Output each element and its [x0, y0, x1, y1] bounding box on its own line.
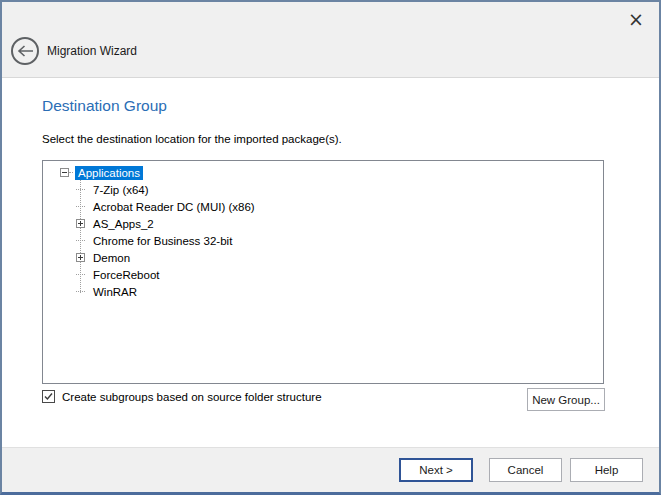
- checkbox-checked-icon[interactable]: [42, 390, 55, 403]
- migration-wizard-window: × Migration Wizard Destination Group Sel…: [0, 0, 661, 495]
- instruction-text: Select the destination location for the …: [42, 133, 342, 145]
- tree-item-as-apps-2[interactable]: AS_Apps_2: [43, 215, 603, 232]
- tree-connector: [76, 240, 85, 241]
- help-button[interactable]: Help: [570, 458, 643, 482]
- tree-connector: [76, 189, 85, 190]
- tree-item-chrome-for-business[interactable]: Chrome for Business 32-bit: [43, 232, 603, 249]
- tree-item-label[interactable]: AS_Apps_2: [90, 217, 157, 231]
- tree-item-label[interactable]: WinRAR: [90, 285, 140, 299]
- tree-connector: [76, 274, 85, 275]
- tree-connector: [76, 206, 85, 207]
- new-group-button[interactable]: New Group...: [527, 388, 605, 411]
- tree-item-applications[interactable]: Applications: [43, 164, 603, 181]
- back-arrow-icon: [17, 45, 34, 57]
- back-button[interactable]: [11, 37, 39, 65]
- tree-item-forcereboot[interactable]: ForceReboot: [43, 266, 603, 283]
- tree-item-demon[interactable]: Demon: [43, 249, 603, 266]
- next-button[interactable]: Next >: [399, 458, 473, 482]
- tree-item-label[interactable]: Demon: [90, 251, 133, 265]
- create-subgroups-option[interactable]: Create subgroups based on source folder …: [42, 390, 322, 403]
- tree-item-label[interactable]: Applications: [75, 166, 143, 180]
- expand-icon[interactable]: [76, 253, 85, 262]
- tree-connector: [69, 172, 73, 173]
- tree-connector: [76, 291, 85, 292]
- wizard-header: × Migration Wizard: [2, 2, 659, 78]
- checkbox-label: Create subgroups based on source folder …: [62, 391, 322, 403]
- tree-item-label[interactable]: ForceReboot: [90, 268, 162, 282]
- tree-item-acrobat-reader[interactable]: Acrobat Reader DC (MUI) (x86): [43, 198, 603, 215]
- tree-item-label[interactable]: Chrome for Business 32-bit: [90, 234, 235, 248]
- tree-item-winrar[interactable]: WinRAR: [43, 283, 603, 300]
- expand-icon[interactable]: [76, 219, 85, 228]
- destination-group-tree[interactable]: Applications 7-Zip (x64) Acrobat Reader …: [42, 160, 604, 384]
- tree-item-7zip[interactable]: 7-Zip (x64): [43, 181, 603, 198]
- tree-item-label[interactable]: 7-Zip (x64): [90, 183, 152, 197]
- page-title: Destination Group: [42, 97, 167, 115]
- wizard-title: Migration Wizard: [47, 44, 137, 58]
- tree-item-label[interactable]: Acrobat Reader DC (MUI) (x86): [90, 200, 258, 214]
- cancel-button[interactable]: Cancel: [489, 458, 562, 482]
- close-icon[interactable]: ×: [625, 8, 647, 30]
- collapse-icon[interactable]: [60, 168, 69, 177]
- wizard-footer: Next > Cancel Help: [2, 447, 659, 492]
